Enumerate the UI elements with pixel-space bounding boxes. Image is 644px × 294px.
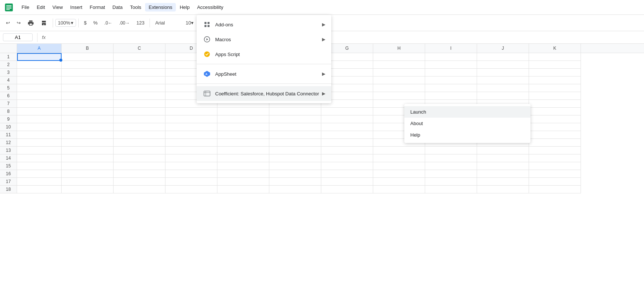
col-header-a[interactable]: A bbox=[17, 44, 62, 53]
extensions-macros-item[interactable]: Macros ▶ bbox=[197, 32, 331, 47]
row-num-4[interactable]: 4 bbox=[0, 76, 17, 84]
appsheet-label: AppSheet bbox=[215, 71, 319, 77]
menu-insert[interactable]: Insert bbox=[66, 3, 86, 12]
zoom-arrow: ▾ bbox=[71, 20, 73, 26]
row-num-18[interactable]: 18 bbox=[0, 186, 17, 193]
table-row: 8 bbox=[0, 108, 644, 115]
menu-separator-2 bbox=[197, 84, 331, 84]
cell-c1[interactable] bbox=[114, 53, 165, 61]
formula-sep bbox=[37, 33, 37, 42]
coefficient-label: Coefficient: Salesforce, Hubspot Data Co… bbox=[215, 91, 319, 97]
col-header-k[interactable]: K bbox=[529, 44, 581, 53]
row-num-12[interactable]: 12 bbox=[0, 139, 17, 147]
addons-icon bbox=[203, 20, 211, 29]
coefficient-launch-item[interactable]: Launch bbox=[404, 106, 530, 118]
row-num-14[interactable]: 14 bbox=[0, 154, 17, 162]
paint-format-button[interactable] bbox=[38, 18, 50, 28]
about-label: About bbox=[410, 121, 525, 126]
extensions-coefficient-item[interactable]: Coefficient: Salesforce, Hubspot Data Co… bbox=[197, 86, 331, 101]
row-num-15[interactable]: 15 bbox=[0, 162, 17, 170]
undo-button[interactable]: ↩ bbox=[3, 19, 13, 27]
table-row: 9 bbox=[0, 115, 644, 123]
row-num-6[interactable]: 6 bbox=[0, 92, 17, 100]
row-num-3[interactable]: 3 bbox=[0, 69, 17, 76]
cell-a1[interactable] bbox=[17, 53, 62, 61]
apps-script-icon bbox=[203, 50, 211, 59]
menu-file[interactable]: File bbox=[18, 3, 33, 12]
toolbar-sep-2 bbox=[78, 19, 79, 27]
row-num-8[interactable]: 8 bbox=[0, 108, 17, 115]
redo-button[interactable]: ↪ bbox=[14, 19, 24, 27]
cell-j1[interactable] bbox=[477, 53, 529, 61]
menu-accessibility[interactable]: Accessibility bbox=[193, 3, 227, 12]
table-row: 10 bbox=[0, 123, 644, 131]
table-row: 14 bbox=[0, 154, 644, 162]
row-num-7[interactable]: 7 bbox=[0, 100, 17, 108]
row-num-10[interactable]: 10 bbox=[0, 123, 17, 131]
svg-text:A: A bbox=[206, 72, 208, 76]
cell-b1[interactable] bbox=[62, 53, 114, 61]
table-row: 16 bbox=[0, 170, 644, 178]
table-row: 11 bbox=[0, 131, 644, 139]
menu-edit[interactable]: Edit bbox=[33, 3, 49, 12]
addons-arrow: ▶ bbox=[322, 22, 325, 27]
svg-rect-4 bbox=[6, 9, 10, 10]
font-button[interactable]: Arial bbox=[152, 19, 182, 27]
menu-view[interactable]: View bbox=[49, 3, 66, 12]
menu-data[interactable]: Data bbox=[109, 3, 126, 12]
svg-rect-8 bbox=[208, 25, 210, 27]
row-num-17[interactable]: 17 bbox=[0, 178, 17, 186]
cell-h1[interactable] bbox=[373, 53, 425, 61]
row-num-13[interactable]: 13 bbox=[0, 147, 17, 154]
col-header-i[interactable]: I bbox=[425, 44, 477, 53]
menu-bar: File Edit View Insert Format Data Tools … bbox=[0, 0, 644, 15]
cell-reference-input[interactable] bbox=[3, 33, 33, 41]
menu-format[interactable]: Format bbox=[86, 3, 109, 12]
percent-button[interactable]: % bbox=[90, 19, 101, 27]
table-row: 12 bbox=[0, 139, 644, 147]
svg-rect-3 bbox=[6, 8, 12, 9]
cell-i1[interactable] bbox=[425, 53, 477, 61]
coefficient-about-item[interactable]: About bbox=[404, 118, 530, 129]
currency-button[interactable]: $ bbox=[81, 19, 89, 27]
svg-rect-1 bbox=[6, 5, 12, 6]
font-size-button[interactable]: 10▾ bbox=[183, 19, 196, 27]
app-icon bbox=[3, 1, 15, 13]
extensions-addons-item[interactable]: Add-ons ▶ bbox=[197, 17, 331, 32]
toolbar-sep-1 bbox=[53, 19, 53, 27]
extensions-dropdown: Add-ons ▶ Macros ▶ Apps Script A AppShee… bbox=[197, 15, 331, 103]
dec-minus-button[interactable]: .0← bbox=[101, 19, 115, 27]
coefficient-icon bbox=[203, 89, 211, 98]
zoom-selector[interactable]: 100% ▾ bbox=[55, 19, 76, 27]
cell-k1[interactable] bbox=[529, 53, 581, 61]
table-row: 13 bbox=[0, 147, 644, 154]
launch-label: Launch bbox=[410, 109, 525, 115]
extensions-apps-script-item[interactable]: Apps Script bbox=[197, 47, 331, 62]
menu-separator-1 bbox=[197, 64, 331, 64]
col-header-j[interactable]: J bbox=[477, 44, 529, 53]
col-header-b[interactable]: B bbox=[62, 44, 114, 53]
col-header-c[interactable]: C bbox=[114, 44, 165, 53]
table-row: 17 bbox=[0, 178, 644, 186]
format-number-button[interactable]: 123 bbox=[134, 19, 148, 27]
coefficient-help-item[interactable]: Help bbox=[404, 129, 530, 141]
table-row: 15 bbox=[0, 162, 644, 170]
cell-a2[interactable] bbox=[17, 61, 62, 69]
row-num-5[interactable]: 5 bbox=[0, 84, 17, 92]
print-button[interactable] bbox=[24, 18, 37, 28]
row-num-16[interactable]: 16 bbox=[0, 170, 17, 178]
row-num-11[interactable]: 11 bbox=[0, 131, 17, 139]
selection-handle[interactable] bbox=[59, 59, 62, 62]
row-num-1[interactable]: 1 bbox=[0, 53, 17, 61]
formula-input[interactable] bbox=[49, 35, 641, 40]
zoom-value: 100% bbox=[58, 20, 70, 26]
row-num-2[interactable]: 2 bbox=[0, 61, 17, 69]
menu-extensions[interactable]: Extensions bbox=[145, 3, 176, 12]
menu-help[interactable]: Help bbox=[176, 3, 193, 12]
svg-rect-2 bbox=[6, 6, 12, 7]
row-num-9[interactable]: 9 bbox=[0, 115, 17, 123]
extensions-appsheet-item[interactable]: A AppSheet ▶ bbox=[197, 66, 331, 81]
col-header-h[interactable]: H bbox=[373, 44, 425, 53]
menu-tools[interactable]: Tools bbox=[126, 3, 145, 12]
dec-plus-button[interactable]: .00→ bbox=[116, 19, 133, 27]
